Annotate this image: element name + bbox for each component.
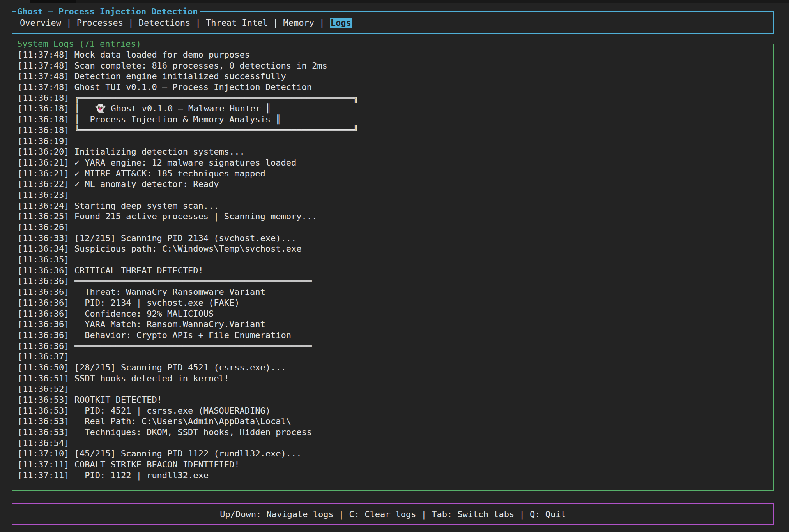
window-top-edge-notch xyxy=(30,0,76,3)
log-timestamp: [11:36:18] xyxy=(18,125,69,135)
log-message: ════════════════════════════════════════… xyxy=(69,341,312,351)
log-message: Suspicious path: C:\Windows\Temp\svchost… xyxy=(69,244,301,254)
tab-separator: | xyxy=(61,18,77,28)
log-message: ╚═══════════════════════════════════════… xyxy=(69,125,358,135)
log-entry: [11:36:53] Real Path: C:\Users\Admin\App… xyxy=(18,416,771,427)
tab-separator: | xyxy=(123,18,139,28)
log-entry: [11:36:23] xyxy=(18,190,771,201)
log-timestamp: [11:36:36] xyxy=(18,319,69,329)
log-entry: [11:36:35] xyxy=(18,254,771,265)
logs-panel-title: System Logs (71 entries) xyxy=(16,39,143,49)
log-entry: [11:37:10] [45/215] Scanning PID 1122 (r… xyxy=(18,448,771,459)
log-entry: [11:37:48] Scan complete: 816 processes,… xyxy=(18,60,771,71)
log-message: Initializing detection systems... xyxy=(69,147,244,157)
log-entry: [11:36:53] ROOTKIT DETECTED! xyxy=(18,395,771,405)
window-top-edge xyxy=(30,0,789,3)
log-timestamp: [11:37:48] xyxy=(18,71,69,81)
log-entry: [11:36:36] ═════════════════════════════… xyxy=(18,276,771,287)
log-entry: [11:36:53] PID: 4521 | csrss.exe (MASQUE… xyxy=(18,405,771,416)
tab-detections[interactable]: Detections xyxy=(139,18,190,28)
log-entry: [11:36:36] ═════════════════════════════… xyxy=(18,341,771,352)
log-timestamp: [11:36:23] xyxy=(18,190,69,200)
log-timestamp: [11:36:22] xyxy=(18,179,69,189)
log-timestamp: [11:36:53] xyxy=(18,416,69,426)
log-timestamp: [11:36:36] xyxy=(18,287,69,297)
system-logs-panel: System Logs (71 entries) [11:37:48] Mock… xyxy=(12,44,774,491)
log-message: Threat: WannaCry Ransomware Variant xyxy=(69,287,265,297)
log-entry: [11:36:18] ╚════════════════════════════… xyxy=(18,125,771,136)
log-entry: [11:36:26] xyxy=(18,222,771,233)
log-timestamp: [11:37:11] xyxy=(18,470,69,480)
tab-overview[interactable]: Overview xyxy=(20,18,61,28)
header-panel: Ghost — Process Injection Detection Over… xyxy=(12,11,774,34)
log-message: Confidence: 92% MALICIOUS xyxy=(69,309,214,319)
log-timestamp: [11:36:36] xyxy=(18,266,69,275)
log-timestamp: [11:36:25] xyxy=(18,211,69,221)
footer-panel: Up/Down: Navigate logs | C: Clear logs |… xyxy=(12,503,774,525)
log-entry: [11:36:21] ✓ MITRE ATT&CK: 185 technique… xyxy=(18,168,771,179)
log-message: ╔═══════════════════════════════════════… xyxy=(69,93,358,103)
log-entry: [11:36:53] Techniques: DKOM, SSDT hooks,… xyxy=(18,427,771,438)
log-entry: [11:36:36] Threat: WannaCry Ransomware V… xyxy=(18,287,771,298)
log-entry: [11:37:48] Detection engine initialized … xyxy=(18,71,771,82)
tab-logs[interactable]: Logs xyxy=(330,18,352,28)
log-timestamp: [11:36:36] xyxy=(18,276,69,286)
log-timestamp: [11:36:53] xyxy=(18,406,69,416)
log-timestamp: [11:36:18] xyxy=(18,115,69,124)
log-message: CRITICAL THREAT DETECTED! xyxy=(69,266,203,275)
log-timestamp: [11:36:51] xyxy=(18,373,69,383)
log-entry: [11:36:52] xyxy=(18,384,771,395)
log-entry: [11:36:36] PID: 2134 | svchost.exe (FAKE… xyxy=(18,298,771,308)
log-entry: [11:36:37] xyxy=(18,351,771,362)
log-timestamp: [11:36:26] xyxy=(18,222,69,232)
tab-threat-intel[interactable]: Threat Intel xyxy=(206,18,268,28)
log-message: YARA Match: Ransom.WannaCry.Variant xyxy=(69,319,265,329)
log-message: Techniques: DKOM, SSDT hooks, Hidden pro… xyxy=(69,427,312,437)
log-timestamp: [11:36:18] xyxy=(18,104,69,113)
log-timestamp: [11:36:53] xyxy=(18,395,69,405)
log-message: Mock data loaded for demo purposes xyxy=(69,50,250,60)
log-timestamp: [11:36:34] xyxy=(18,244,69,254)
log-message: [28/215] Scanning PID 4521 (csrss.exe)..… xyxy=(69,363,286,372)
log-message: Starting deep system scan... xyxy=(69,201,219,211)
log-message: ════════════════════════════════════════… xyxy=(69,276,312,286)
log-message: PID: 1122 | rundll32.exe xyxy=(69,470,209,480)
log-message: ✓ YARA engine: 12 malware signatures loa… xyxy=(69,158,296,167)
log-timestamp: [11:36:24] xyxy=(18,201,69,211)
log-timestamp: [11:36:53] xyxy=(18,427,69,437)
log-timestamp: [11:36:21] xyxy=(18,158,69,167)
log-timestamp: [11:36:20] xyxy=(18,147,69,157)
log-timestamp: [11:36:19] xyxy=(18,136,69,146)
keybind-help: Up/Down: Navigate logs | C: Clear logs |… xyxy=(12,504,773,524)
tab-processes[interactable]: Processes xyxy=(77,18,123,28)
log-timestamp: [11:36:37] xyxy=(18,352,69,361)
log-message: ✓ ML anomaly detector: Ready xyxy=(69,179,219,189)
log-message: [45/215] Scanning PID 1122 (rundll32.exe… xyxy=(69,449,301,458)
log-timestamp: [11:37:48] xyxy=(18,61,69,70)
log-timestamp: [11:36:21] xyxy=(18,169,69,178)
log-message: [12/215] Scanning PID 2134 (svchost.exe)… xyxy=(69,233,296,243)
log-timestamp: [11:36:36] xyxy=(18,330,69,340)
tab-separator: | xyxy=(268,18,283,28)
log-message: Ghost TUI v0.1.0 — Process Injection Det… xyxy=(69,82,312,92)
log-entry: [11:36:18] ║ 👻 Ghost v0.1.0 — Malware Hu… xyxy=(18,103,771,114)
log-entry: [11:36:19] xyxy=(18,136,771,147)
log-entry: [11:36:36] CRITICAL THREAT DETECTED! xyxy=(18,265,771,276)
log-timestamp: [11:36:52] xyxy=(18,384,69,394)
log-timestamp: [11:37:48] xyxy=(18,50,69,60)
log-message: ROOTKIT DETECTED! xyxy=(69,395,162,405)
log-list[interactable]: [11:37:48] Mock data loaded for demo pur… xyxy=(12,44,773,490)
log-message: ║ Process Injection & Memory Analysis ║ xyxy=(69,115,281,124)
log-entry: [11:36:33] [12/215] Scanning PID 2134 (s… xyxy=(18,233,771,244)
log-message: Scan complete: 816 processes, 0 detectio… xyxy=(69,61,327,70)
log-message: SSDT hooks detected in kernel! xyxy=(69,373,229,383)
log-timestamp: [11:36:50] xyxy=(18,363,69,372)
log-entry: [11:36:25] Found 215 active processes | … xyxy=(18,211,771,222)
log-message: COBALT STRIKE BEACON IDENTIFIED! xyxy=(69,460,239,469)
log-entry: [11:36:18] ╔════════════════════════════… xyxy=(18,93,771,104)
log-entry: [11:36:20] Initializing detection system… xyxy=(18,146,771,157)
tab-memory[interactable]: Memory xyxy=(283,18,314,28)
log-entry: [11:36:36] Confidence: 92% MALICIOUS xyxy=(18,308,771,319)
log-timestamp: [11:36:54] xyxy=(18,438,69,448)
log-timestamp: [11:36:18] xyxy=(18,93,69,103)
